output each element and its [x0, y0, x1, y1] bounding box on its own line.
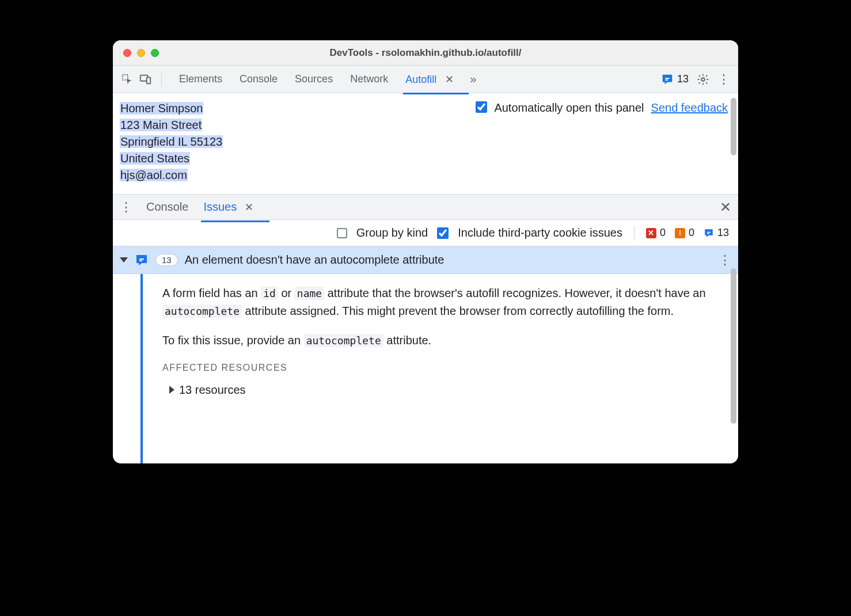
warning-counter[interactable]: ! 0: [675, 227, 694, 239]
issue-row[interactable]: 13 An element doesn't have an autocomple…: [113, 246, 738, 274]
expand-issue-icon[interactable]: [120, 257, 128, 263]
titlebar: DevTools - rsolomakhin.github.io/autofil…: [113, 40, 738, 66]
issue-description-2: To fix this issue, provide an autocomple…: [162, 332, 721, 349]
group-by-kind-label: Group by kind: [356, 226, 428, 239]
tab-autofill[interactable]: Autofill ✕: [404, 67, 455, 92]
main-tabs: Elements Console Sources Network Autofil…: [168, 67, 659, 92]
warning-icon: !: [675, 228, 685, 238]
device-toolbar-icon[interactable]: [139, 73, 152, 86]
svg-rect-7: [707, 233, 709, 234]
svg-rect-6: [707, 231, 711, 233]
auto-open-label: Automatically open this panel: [494, 101, 644, 115]
svg-rect-8: [139, 258, 144, 260]
tab-console[interactable]: Console: [238, 67, 279, 91]
code-id: id: [261, 287, 278, 300]
tab-autofill-label: Autofill: [405, 74, 436, 85]
info-count: 13: [717, 227, 729, 239]
group-by-kind-checkbox[interactable]: [337, 228, 347, 238]
scrollbar[interactable]: [731, 98, 736, 155]
settings-icon[interactable]: [697, 73, 709, 86]
tab-network[interactable]: Network: [349, 67, 389, 91]
svg-rect-3: [665, 78, 669, 79]
issue-kind-icon: [135, 253, 149, 267]
warning-count: 0: [689, 227, 694, 239]
code-autocomplete: autocomplete: [304, 334, 383, 347]
code-autocomplete: autocomplete: [162, 305, 242, 318]
svg-rect-4: [665, 79, 668, 81]
error-count: 0: [660, 227, 666, 239]
auto-open-checkbox[interactable]: [476, 101, 487, 113]
scrollbar[interactable]: [731, 268, 736, 424]
affected-resources-heading: AFFECTED RESOURCES: [162, 361, 721, 375]
devtools-window: DevTools - rsolomakhin.github.io/autofil…: [113, 40, 738, 463]
info-counter[interactable]: 13: [704, 227, 729, 239]
resources-row[interactable]: 13 resources: [162, 381, 721, 399]
issues-filter-bar: Group by kind Include third-party cookie…: [113, 220, 738, 246]
more-tabs-icon[interactable]: »: [470, 73, 476, 86]
autofill-line: United States: [120, 152, 190, 165]
maximize-window-button[interactable]: [151, 49, 159, 57]
drawer-tab-issues[interactable]: Issues ✕: [202, 196, 254, 218]
autofill-line: Homer Simpson: [120, 102, 203, 115]
drawer-tab-console[interactable]: Console: [145, 196, 189, 218]
include-third-party-checkbox[interactable]: [437, 227, 449, 239]
window-title: DevTools - rsolomakhin.github.io/autofil…: [113, 47, 738, 59]
svg-point-5: [701, 78, 705, 81]
minimize-window-button[interactable]: [137, 49, 145, 57]
include-third-party-label: Include third-party cookie issues: [458, 226, 622, 239]
more-options-icon[interactable]: ⋮: [717, 72, 730, 87]
autofill-line: 123 Main Street: [120, 119, 202, 131]
issues-icon: [661, 73, 674, 86]
info-icon: [704, 228, 714, 238]
drawer-tab-issues-label: Issues: [203, 200, 237, 213]
close-tab-icon[interactable]: ✕: [445, 74, 454, 85]
issues-badge[interactable]: 13: [661, 73, 689, 86]
svg-rect-2: [147, 77, 150, 83]
drawer-more-icon[interactable]: ⋮: [120, 200, 132, 215]
inspect-element-icon[interactable]: [121, 73, 134, 86]
autofill-line: hjs@aol.com: [120, 169, 188, 181]
code-name: name: [295, 287, 324, 300]
drawer-header: ⋮ Console Issues ✕ ✕: [113, 195, 738, 220]
issue-more-icon[interactable]: ⋮: [719, 253, 731, 268]
autofill-preview: Homer Simpson 123 Main Street Springfiel…: [120, 100, 223, 184]
main-toolbar: Elements Console Sources Network Autofil…: [113, 66, 738, 93]
separator: [161, 73, 162, 86]
close-drawer-icon[interactable]: ✕: [720, 199, 731, 215]
svg-rect-9: [139, 260, 142, 261]
close-drawer-tab-icon[interactable]: ✕: [245, 201, 253, 213]
traffic-lights: [123, 49, 159, 57]
issue-title: An element doesn't have an autocomplete …: [185, 253, 445, 267]
separator: [634, 226, 635, 240]
issues-count: 13: [677, 73, 689, 85]
expand-resources-icon[interactable]: [169, 386, 174, 394]
issue-details: A form field has an id or name attribute…: [113, 274, 738, 463]
issue-count-pill: 13: [155, 254, 178, 266]
resources-label: 13 resources: [179, 381, 246, 399]
autofill-line: Springfield IL 55123: [120, 135, 223, 148]
send-feedback-link[interactable]: Send feedback: [651, 101, 728, 115]
issue-description-1: A form field has an id or name attribute…: [162, 284, 721, 320]
autofill-panel: Homer Simpson 123 Main Street Springfiel…: [113, 93, 738, 195]
error-icon: ✕: [646, 228, 656, 238]
error-counter[interactable]: ✕ 0: [646, 227, 666, 239]
tab-elements[interactable]: Elements: [178, 67, 223, 91]
close-window-button[interactable]: [123, 49, 131, 57]
tab-sources[interactable]: Sources: [294, 67, 334, 91]
